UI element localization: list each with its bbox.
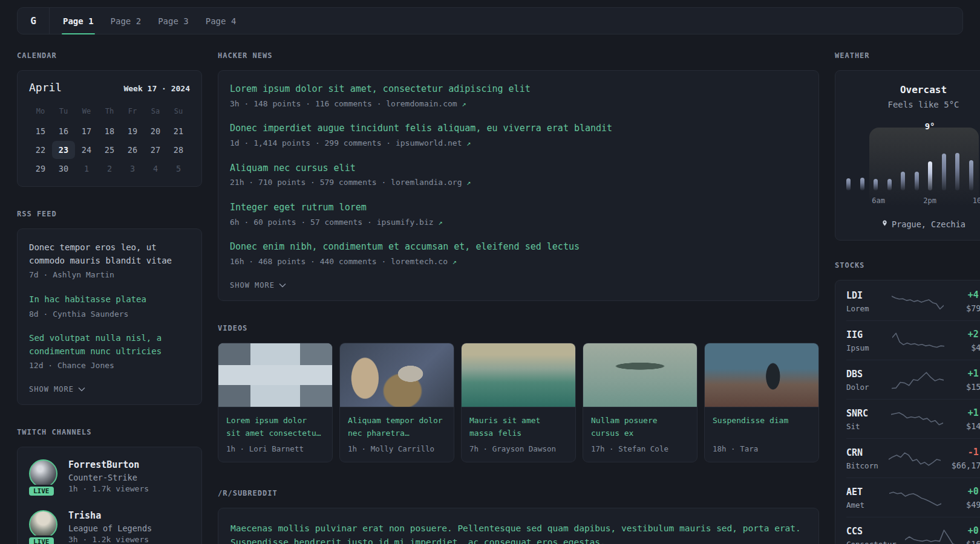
rss-item: In hac habitasse platea 8d · Cynthia Sau… [29,293,190,320]
stock-name: Ipsum [846,343,889,352]
stock-symbol: SNRC [846,408,887,419]
video-meta: 17h · Stefan Cole [591,444,689,453]
hn-show-more-button[interactable]: SHOW MORE [230,280,286,291]
rss-show-more-button[interactable]: SHOW MORE [29,384,85,395]
calendar-day: 28 [167,141,190,159]
video-title[interactable]: Mauris sit amet massa felis [469,415,567,440]
video-card-body: Lorem ipsum dolor sit amet consectetu… 1… [218,407,332,462]
stock-sparkline [889,487,941,510]
video-card-body: Mauris sit amet massa felis 7h · Grayson… [462,407,575,462]
subreddit-post-title[interactable]: Maecenas mollis pulvinar erat non posuer… [230,522,806,544]
video-thumbnail [462,343,575,407]
twitch-card: LIVE ForrestBurton Counter-Strike 1h · 1… [17,447,202,544]
videos-widget: VIDEOS Lorem ipsum dolor sit amet consec… [218,324,819,462]
stock-sparkline [892,329,944,352]
weekday-label: Fr [121,102,144,121]
rss-item: Donec tempor eros leo, ut commodo mauris… [29,241,190,281]
twitch-channel-row[interactable]: LIVE Trisha League of Legends 3h · 1.2k … [29,510,190,544]
video-title[interactable]: Aliquam tempor dolor nec pharetra… [348,415,446,440]
external-link-icon: ↗ [452,257,457,266]
video-card[interactable]: Suspendisse diam 18h · Tara [704,343,819,462]
stock-symbol: CRN [846,447,885,458]
video-card[interactable]: Aliquam tempor dolor nec pharetra… 1h · … [339,343,454,462]
calendar-day: 29 [29,160,52,178]
weather-location: Prague, Czechia [846,219,980,229]
video-thumbnail [218,343,332,407]
weather-header: WEATHER [835,51,980,60]
stock-row: DBS Dolor +1.42% $156.28 [846,360,980,399]
twitch-channel-row[interactable]: LIVE ForrestBurton Counter-Strike 1h · 1… [29,459,190,493]
twitch-channel-game: League of Legends [68,523,152,533]
weather-bar [846,178,851,190]
video-title[interactable]: Nullam posuere cursus ex [591,415,689,440]
calendar-day-next-month: 1 [75,160,98,178]
weather-bar [860,178,864,190]
twitch-avatar-wrap: LIVE [29,459,59,493]
videos-row: Lorem ipsum dolor sit amet consectetu… 1… [218,343,819,462]
subreddit-post: Maecenas mollis pulvinar erat non posuer… [230,522,806,544]
hn-story: Integer eget rutrum lorem 6h · 60 points… [230,201,807,228]
calendar-day: 26 [121,141,144,159]
app-logo[interactable]: G [18,8,49,34]
weather-bar [942,154,946,190]
twitch-channel-info: ForrestBurton Counter-Strike 1h · 1.7k v… [68,459,149,493]
rss-item-title[interactable]: In hac habitasse platea [29,293,190,306]
calendar-day: 22 [29,141,52,159]
weekday-label: Tu [52,102,75,121]
weather-bar [901,172,905,190]
stock-symbol: AET [846,487,886,497]
weather-location-label: Prague, Czechia [892,219,965,229]
video-card[interactable]: Mauris sit amet massa felis 7h · Grayson… [461,343,576,462]
stock-price: $148.64 [947,421,980,431]
stocks-widget: STOCKS LDI Lorem +4.35% $795.18 [835,261,980,544]
nav-tab-page-4[interactable]: Page 4 [197,8,245,34]
stock-change: +0.51% [961,525,980,536]
video-thumbnail [705,343,818,407]
twitch-channel-meta: 3h · 1.2k viewers [68,535,152,544]
video-card[interactable]: Nullam posuere cursus ex 17h · Stefan Co… [583,343,697,462]
rss-item: Sed volutpat nulla nisl, a condimentum n… [29,332,190,372]
weather-bar [887,179,892,190]
hn-story-title[interactable]: Lorem ipsum dolor sit amet, consectetur … [230,83,807,96]
hn-story: Donec imperdiet augue tincidunt felis al… [230,122,807,149]
nav-tab-page-3[interactable]: Page 3 [149,8,197,34]
hn-story: Lorem ipsum dolor sit amet, consectetur … [230,83,807,109]
stock-symbol: DBS [846,369,888,380]
video-meta: 1h · Lori Barnett [226,444,324,453]
stocks-card: LDI Lorem +4.35% $795.18 IIG Ipsum [835,280,980,544]
video-title[interactable]: Lorem ipsum dolor sit amet consectetu… [226,415,324,440]
hn-story-title[interactable]: Aliquam nec cursus elit [230,162,807,175]
stocks-header: STOCKS [835,261,980,270]
video-thumbnail [583,343,697,407]
nav-tab-page-2[interactable]: Page 2 [102,8,150,34]
hn-story: Donec enim nibh, condimentum et accumsan… [230,241,807,267]
video-meta: 18h · Tara [713,444,811,453]
nav-tab-page-1[interactable]: Page 1 [54,8,102,34]
weekday-label: Sa [144,102,167,121]
stock-name: Consectetur [846,540,901,544]
weather-bars: 9° [846,136,980,190]
rss-item-meta: 12d · Chance Jones [29,360,190,372]
weather-bar [915,172,919,190]
rss-item-title[interactable]: Sed volutpat nulla nisl, a condimentum n… [29,332,190,358]
weather-widget: WEATHER Overcast Feels like 5°C 9° 6am 2… [835,51,980,241]
twitch-avatar-wrap: LIVE [29,510,59,544]
calendar-day: 18 [98,122,121,140]
rss-item-title[interactable]: Donec tempor eros leo, ut commodo mauris… [29,241,190,267]
stock-change: +1.36% [947,407,980,418]
video-card[interactable]: Lorem ipsum dolor sit amet consectetu… 1… [218,343,333,462]
video-title[interactable]: Suspendisse diam [713,415,811,440]
hn-story-meta: 16h · 468 points · 440 comments · loremt… [230,256,807,268]
weather-bar [955,153,959,190]
hn-story-title[interactable]: Donec imperdiet augue tincidunt felis al… [230,122,807,135]
weekday-label: Su [167,102,190,121]
rss-item-meta: 7d · Ashlyn Martin [29,269,190,281]
calendar-day: 16 [52,122,75,140]
hn-story-meta: 21h · 710 points · 579 comments · loreml… [230,176,807,189]
stock-change: +4.35% [947,290,980,300]
hn-story-title[interactable]: Integer eget rutrum lorem [230,201,807,215]
stock-sparkline [892,369,944,392]
hn-show-more-label: SHOW MORE [230,281,275,290]
hn-story-title[interactable]: Donec enim nibh, condimentum et accumsan… [230,241,807,254]
twitch-header: TWITCH CHANNELS [17,428,202,436]
